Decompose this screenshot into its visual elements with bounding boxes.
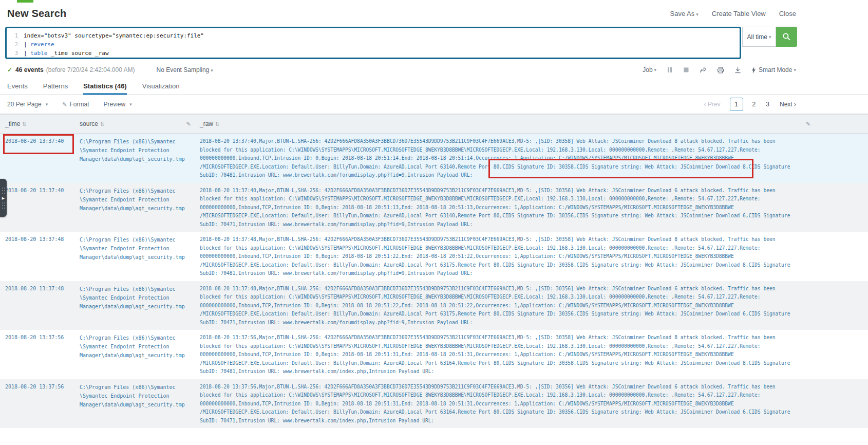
cell-raw[interactable]: 2018-08-20 13:37:56,Major,BTUN-L,SHA-256…	[195, 383, 806, 425]
magnifier-icon	[782, 32, 791, 41]
pagination: ‹ Prev 1 2 3 Next ›	[704, 98, 796, 111]
search-header: New Search Save As▾ Create Table View Cl…	[0, 0, 868, 27]
cell-source[interactable]: C:\Program Files (x86)\Symantec \Symante…	[74, 333, 182, 360]
print-icon	[717, 67, 724, 73]
event-count-detail: (before 7/20/24 2:42:04.000 AM)	[46, 66, 135, 73]
stop-icon	[683, 67, 689, 73]
pause-button[interactable]	[667, 67, 673, 73]
caret-down-icon: ▾	[211, 68, 213, 73]
lightning-icon	[751, 67, 756, 73]
cell-source[interactable]: C:\Program Files (x86)\Symantec \Symante…	[74, 285, 182, 311]
column-header-time[interactable]: _time⇅	[0, 120, 74, 127]
column-header-source[interactable]: source⇅	[74, 120, 182, 127]
time-range-picker[interactable]: All time ▾	[742, 27, 776, 47]
sort-icon: ⇅	[100, 121, 104, 127]
query-line-2: 2 | reverse	[10, 40, 740, 49]
cell-raw[interactable]: 2018-08-20 13:37:56,Major,BTUN-L,SHA-256…	[195, 333, 806, 376]
search-mode-menu[interactable]: Smart Mode▾	[751, 66, 796, 73]
cell-source[interactable]: C:\Program Files (x86)\Symantec \Symante…	[74, 235, 182, 262]
print-button[interactable]	[717, 67, 724, 73]
spl-command: table	[30, 50, 47, 57]
table-row: 2018-08-20 13:37:56 C:\Program Files (x8…	[0, 330, 868, 379]
caret-down-icon: ▾	[696, 12, 699, 17]
query-line-3: 3 | table _time source _raw	[10, 49, 740, 58]
cell-source[interactable]: C:\Program Files (x86)\Symantec \Symante…	[74, 137, 182, 163]
caret-down-icon: ▾	[794, 67, 796, 72]
cell-source[interactable]: C:\Program Files (x86)\Symantec \Symante…	[74, 383, 182, 409]
prev-page-button: ‹ Prev	[704, 101, 721, 108]
line-number: 1	[10, 31, 18, 40]
line-number: 3	[10, 49, 18, 58]
pencil-icon: ✎	[186, 121, 191, 127]
cell-source[interactable]: C:\Program Files (x86)\Symantec \Symante…	[74, 187, 182, 213]
caret-down-icon: ▾	[129, 102, 132, 107]
tab-events[interactable]: Events	[7, 78, 28, 95]
create-table-view-link[interactable]: Create Table View	[712, 10, 766, 17]
share-icon	[700, 67, 707, 73]
save-as-menu[interactable]: Save As▾	[670, 10, 698, 17]
tab-statistics[interactable]: Statistics (46)	[83, 78, 127, 95]
per-page-menu[interactable]: 20 Per Page▾	[7, 101, 48, 108]
grip-dots-icon	[2, 188, 5, 194]
cell-time[interactable]: 2018-08-20 13:37:40	[0, 137, 74, 146]
spl-pipe: |	[24, 50, 30, 57]
event-count: 46 events	[15, 66, 44, 73]
cell-raw[interactable]: 2018-08-20 13:37:40,Major,BTUN-L,SHA-256…	[195, 137, 806, 180]
download-icon	[734, 67, 741, 73]
stop-button[interactable]	[683, 67, 689, 73]
page-3-button[interactable]: 3	[766, 101, 769, 108]
column-header-raw[interactable]: _raw⇅	[195, 120, 806, 127]
next-page-button[interactable]: Next ›	[780, 101, 796, 108]
check-icon: ✓	[7, 66, 12, 73]
page-title: New Search	[7, 8, 66, 20]
table-row: 2018-08-20 13:37:48 C:\Program Files (x8…	[0, 281, 868, 330]
cell-time[interactable]: 2018-08-20 13:37:40	[0, 187, 74, 195]
cell-time[interactable]: 2018-08-20 13:37:48	[0, 285, 74, 293]
grip-dots-icon	[2, 202, 5, 209]
share-button[interactable]	[700, 67, 707, 73]
table-header-row: _time⇅ source⇅ ✎ _raw⇅ ✎	[0, 114, 868, 134]
event-sampling-menu[interactable]: No Event Sampling▾	[157, 66, 213, 73]
table-row: 2018-08-20 13:37:48 C:\Program Files (x8…	[0, 232, 868, 281]
edit-column-button[interactable]: ✎	[806, 120, 868, 127]
cell-raw[interactable]: 2018-08-20 13:37:40,Major,BTUN-L,SHA-256…	[195, 187, 806, 229]
page-2-button[interactable]: 2	[752, 101, 756, 108]
caret-down-icon: ▾	[654, 67, 657, 72]
sidebar-toggle-handle[interactable]: ▶	[0, 179, 7, 217]
cell-raw[interactable]: 2018-08-20 13:37:48,Major,BTUN-L,SHA-256…	[195, 235, 806, 278]
close-link[interactable]: Close	[779, 10, 796, 17]
cell-time[interactable]: 2018-08-20 13:37:56	[0, 383, 74, 392]
tab-patterns[interactable]: Patterns	[43, 78, 68, 95]
pencil-icon: ✎	[806, 121, 810, 127]
edit-column-button[interactable]: ✎	[182, 120, 195, 127]
header-actions: Save As▾ Create Table View Close	[670, 10, 796, 17]
cell-time[interactable]: 2018-08-20 13:37:48	[0, 235, 74, 244]
statistics-table: _time⇅ source⇅ ✎ _raw⇅ ✎ 2018-08-20 13:3…	[0, 114, 868, 428]
job-menu[interactable]: Job▾	[643, 66, 656, 73]
pause-icon	[667, 67, 673, 73]
pencil-icon: ✎	[62, 101, 67, 108]
page-1-button[interactable]: 1	[730, 98, 743, 111]
spl-text: _time source _raw	[47, 50, 108, 57]
sort-icon: ⇅	[215, 121, 219, 127]
cell-raw[interactable]: 2018-08-20 13:37:48,Major,BTUN-L,SHA-256…	[195, 285, 806, 327]
preview-menu[interactable]: Preview▾	[103, 101, 131, 108]
line-number: 2	[10, 40, 18, 49]
search-bar-section: 1 index="botsv3" sourcetype="symantec:ep…	[0, 27, 868, 62]
export-button[interactable]	[734, 67, 741, 73]
tab-visualization[interactable]: Visualization	[142, 78, 180, 95]
cell-time[interactable]: 2018-08-20 13:37:56	[0, 333, 74, 342]
caret-down-icon: ▾	[46, 102, 48, 107]
search-button[interactable]	[776, 27, 797, 47]
job-status-bar: ✓ 46 events (before 7/20/24 2:42:04.000 …	[0, 62, 868, 78]
results-toolbar: 20 Per Page▾ ✎Format Preview▾ ‹ Prev 1 2…	[0, 95, 868, 114]
format-menu[interactable]: ✎Format	[62, 101, 89, 108]
table-row: 2018-08-20 13:37:40 C:\Program Files (x8…	[0, 183, 868, 232]
spl-text: index="botsv3" sourcetype="symantec:ep:s…	[24, 31, 204, 40]
search-query-editor[interactable]: 1 index="botsv3" sourcetype="symantec:ep…	[5, 27, 741, 59]
sort-icon: ⇅	[22, 121, 26, 127]
app-accent-bar	[17, 0, 33, 3]
spl-pipe: |	[24, 41, 30, 48]
spl-command: reverse	[30, 41, 54, 48]
table-row: 2018-08-20 13:37:56 C:\Program Files (x8…	[0, 379, 868, 429]
